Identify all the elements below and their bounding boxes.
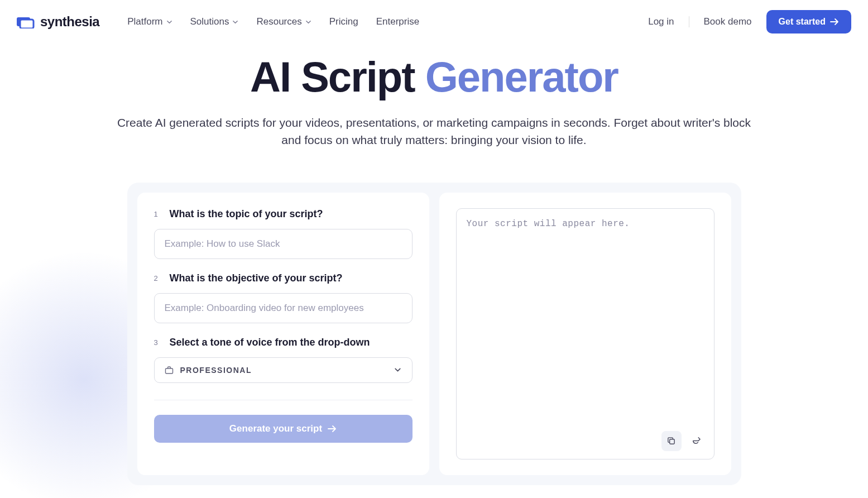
nav-label: Pricing <box>329 16 358 27</box>
title-main: AI Script <box>250 53 425 100</box>
nav-label: Enterprise <box>376 16 419 27</box>
nav-item-enterprise[interactable]: Enterprise <box>376 16 419 27</box>
output-actions <box>661 431 706 451</box>
tone-selected: PROFESSIONAL <box>180 366 387 375</box>
svg-rect-3 <box>670 439 675 444</box>
objective-input[interactable] <box>154 293 413 323</box>
svg-rect-2 <box>165 368 172 373</box>
page-title: AI Script Generator <box>33 55 835 99</box>
book-demo-link[interactable]: Book demo <box>704 16 752 27</box>
output-placeholder: Your script will appear here. <box>467 219 704 229</box>
chevron-down-icon <box>166 19 172 25</box>
arrow-right-icon <box>830 18 839 26</box>
title-accent: Generator <box>425 53 618 100</box>
step-number: 3 <box>154 338 162 347</box>
header-actions: Log in Book demo Get started <box>648 10 851 33</box>
redo-button[interactable] <box>686 431 706 451</box>
tone-dropdown[interactable]: PROFESSIONAL <box>154 357 413 383</box>
logo[interactable]: synthesia <box>17 14 99 30</box>
login-link[interactable]: Log in <box>648 16 674 27</box>
nav-item-solutions[interactable]: Solutions <box>190 16 239 27</box>
header: synthesia Platform Solutions Resources P… <box>0 0 868 44</box>
topic-input[interactable] <box>154 229 413 259</box>
copy-icon <box>666 436 676 446</box>
arrow-right-icon <box>328 425 337 433</box>
hero: AI Script Generator Create AI generated … <box>0 55 868 149</box>
generator-panel: 1 What is the topic of your script? 2 Wh… <box>127 183 741 485</box>
nav-label: Resources <box>256 16 301 27</box>
divider <box>154 400 413 400</box>
chevron-down-icon <box>394 366 402 374</box>
briefcase-icon <box>165 366 174 375</box>
form-group-tone: 3 Select a tone of voice from the drop-d… <box>154 337 413 383</box>
logo-icon <box>17 15 35 28</box>
svg-rect-1 <box>20 20 33 28</box>
step-number: 2 <box>154 274 162 282</box>
chevron-down-icon <box>305 19 311 25</box>
redo-icon <box>691 436 701 446</box>
button-label: Get started <box>779 17 826 27</box>
nav-item-platform[interactable]: Platform <box>127 16 172 27</box>
topic-label: What is the topic of your script? <box>170 208 323 220</box>
nav-item-resources[interactable]: Resources <box>256 16 311 27</box>
output-card: Your script will appear here. <box>439 193 731 475</box>
generate-button[interactable]: Generate your script <box>154 415 413 443</box>
get-started-button[interactable]: Get started <box>766 10 851 33</box>
nav-label: Solutions <box>190 16 229 27</box>
form-group-topic: 1 What is the topic of your script? <box>154 208 413 259</box>
main-nav: Platform Solutions Resources Pricing Ent… <box>127 16 419 27</box>
divider <box>689 16 689 27</box>
logo-text: synthesia <box>40 14 99 30</box>
step-number: 1 <box>154 210 162 218</box>
page-subtitle: Create AI generated scripts for your vid… <box>111 114 758 149</box>
nav-label: Platform <box>127 16 162 27</box>
tone-label: Select a tone of voice from the drop-dow… <box>170 337 370 348</box>
form-group-objective: 2 What is the objective of your script? <box>154 272 413 323</box>
copy-button[interactable] <box>661 431 682 451</box>
form-card: 1 What is the topic of your script? 2 Wh… <box>137 193 429 475</box>
output-box: Your script will appear here. <box>456 208 714 459</box>
chevron-down-icon <box>232 19 238 25</box>
nav-item-pricing[interactable]: Pricing <box>329 16 358 27</box>
objective-label: What is the objective of your script? <box>170 272 343 284</box>
button-label: Generate your script <box>229 423 322 434</box>
